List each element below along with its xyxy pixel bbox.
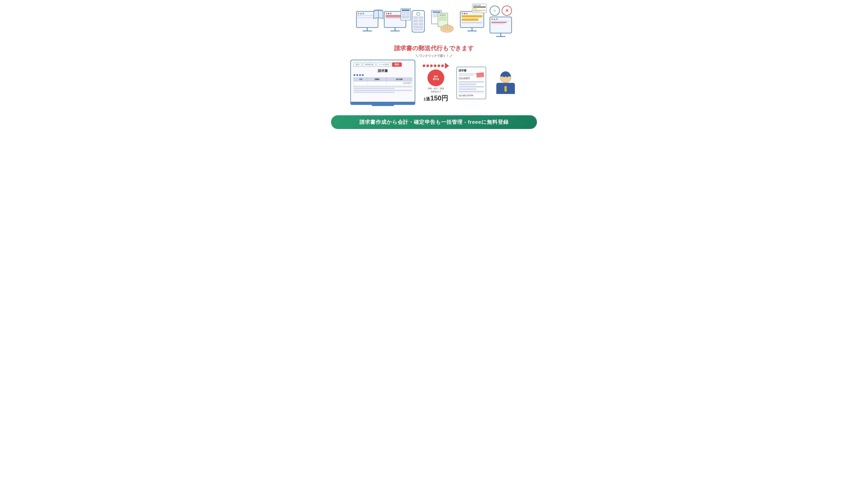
- icon-hand-receipts: RECEIPT: [430, 9, 454, 33]
- person-illustration: [494, 72, 518, 94]
- inv-circle-1: [353, 74, 355, 76]
- right-inv-lines: [459, 81, 484, 92]
- toolbar-btn-web[interactable]: WEB共有: [363, 62, 375, 67]
- phone-circle-icon: [416, 12, 420, 15]
- invoice-table: 小計 消費税 合計金額 216,000円: [353, 77, 412, 85]
- right-inv-title: 請求書: [459, 69, 484, 72]
- arr-triangle: [445, 63, 449, 69]
- doc-line-2a: [402, 17, 410, 18]
- price-value: 150円: [430, 94, 448, 103]
- bottom-banner-text: 請求書作成から会計・確定申告も一括管理 - freeeに無料登録: [340, 119, 528, 126]
- laptop-screen: 発行 WEB共有 メール添付 郵送 請求書 小計 消費税: [350, 60, 415, 102]
- subtitle-line: ＼ ワンクリックで届く！ ／: [337, 54, 531, 58]
- dot-triangle-6: [494, 18, 495, 20]
- print-note: 印刷・封入・発送全部込みで: [428, 87, 444, 93]
- invoice-th-total: 合計金額: [386, 78, 412, 81]
- phone-wrap: [412, 10, 425, 32]
- inv-circle-3: [359, 74, 361, 76]
- check-icon-1: ✓: [358, 17, 359, 19]
- dot-circle-2: [390, 13, 392, 14]
- price-badge: 業界 最安値: [427, 70, 444, 86]
- invoice-lines: [353, 86, 412, 93]
- line-2c: [385, 18, 403, 19]
- dot-triangle-1: [360, 13, 362, 14]
- arr-dot-1: [423, 64, 425, 67]
- inv-line-4: [353, 92, 394, 93]
- dots-line: [423, 63, 449, 69]
- dot-red-2: [388, 13, 389, 14]
- laptop-toolbar: 発行 WEB共有 メール添付 郵送: [353, 62, 412, 67]
- invoice-circles: [353, 74, 412, 76]
- person-head: [500, 72, 511, 83]
- toolbar-btn-email[interactable]: メール添付: [377, 62, 391, 67]
- credit-card-label: CREDIT CARD: [473, 5, 486, 6]
- badge-industry: 業界: [434, 75, 438, 78]
- price-display: 1通 150円: [424, 94, 448, 103]
- top-icons-section: ✓: [326, 0, 542, 41]
- line-red-2b: [385, 17, 401, 17]
- right-inv-total-label: 合計金額: [459, 95, 466, 96]
- dot-circle-1: [363, 13, 364, 14]
- right-inv-line-3: [459, 86, 484, 87]
- dot-orange-5: [462, 13, 463, 14]
- laptop-invoice-title: 請求書: [353, 69, 412, 73]
- svg-rect-3: [448, 25, 450, 30]
- icon-monitor-book: ✓: [356, 11, 378, 31]
- monitor-stand-1: [367, 28, 368, 31]
- arr-dot-5: [437, 64, 440, 67]
- cell-1b: [368, 81, 386, 85]
- inv-circle-2: [356, 74, 358, 76]
- arr-dot-4: [434, 64, 436, 67]
- check-circle-icon: ○: [490, 6, 500, 16]
- dot-circle-5: [466, 13, 467, 14]
- person-tie: [505, 86, 507, 92]
- subtitle-arrow-left: ＼: [415, 54, 418, 57]
- subtitle-text: ワンクリックで届く！: [419, 54, 449, 57]
- right-invoice-card: 請求書 216,000円 合計金額 216,000: [456, 67, 486, 99]
- dot-orange-1: [358, 13, 359, 14]
- bottom-banner[interactable]: 請求書作成から会計・確定申告も一括管理 - freeeに無料登録: [331, 115, 537, 129]
- monitor-stand-6: [500, 33, 501, 36]
- doc-header-2: [402, 9, 410, 11]
- middle-title: 請求書の郵送代行もできます: [337, 44, 531, 52]
- book-icon: [373, 9, 384, 20]
- svg-rect-4: [450, 25, 452, 30]
- monitor-stand-5: [472, 28, 472, 31]
- monitor-6: [490, 17, 512, 33]
- line-6c: [491, 23, 505, 24]
- line-red-6b: [491, 22, 507, 23]
- cc-strip: [473, 6, 486, 8]
- right-inv-line-5: [459, 91, 484, 92]
- x-circle-icon: ✕: [502, 6, 512, 16]
- dot-circle-6: [496, 18, 498, 20]
- print-note-text: 印刷・封入・発送全部込みで: [428, 87, 444, 93]
- invoice-th-tax: 消費税: [368, 78, 386, 81]
- credit-card-icon: CREDIT CARD: [472, 4, 487, 13]
- main-illustration: 発行 WEB共有 メール添付 郵送 請求書 小計 消費税: [337, 60, 531, 106]
- laptop-stand: [372, 105, 394, 106]
- dot-red-5: [464, 13, 465, 14]
- line-red-2a: [385, 15, 401, 16]
- monitor-5: [460, 11, 484, 28]
- right-inv-line-4: [459, 88, 476, 90]
- svg-rect-2: [445, 24, 447, 30]
- monitor-base-6: [496, 36, 505, 37]
- arr-dot-2: [426, 64, 429, 67]
- inv-stamp: [476, 72, 484, 77]
- icon-monitor-card: CREDIT CARD: [460, 11, 484, 31]
- right-inv-line-1: [459, 81, 484, 83]
- toolbar-btn-mail[interactable]: 郵送: [392, 62, 402, 67]
- svg-rect-1: [443, 25, 445, 30]
- badge-lowest: 最安値: [433, 78, 439, 81]
- toolbar-btn-issue[interactable]: 発行: [353, 62, 362, 67]
- icon-monitor-doc: [384, 11, 406, 31]
- invoice-th-subtotal: 小計: [354, 78, 368, 81]
- right-inv-total-value: 216,000: [467, 95, 473, 96]
- dot-orange-2: [385, 13, 387, 14]
- icon-phone: [412, 10, 425, 32]
- laptop-base: [350, 102, 415, 105]
- price-label: 1通: [424, 96, 430, 102]
- hand-icon: [440, 22, 454, 33]
- cell-1c: 216,000円: [386, 81, 412, 85]
- dot-orange-6: [491, 18, 493, 20]
